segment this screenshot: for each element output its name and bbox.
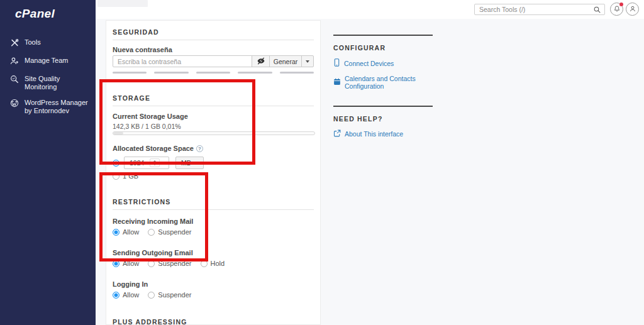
storage-section-heading: STORAGE (113, 94, 314, 106)
security-section-heading: SEGURIDAD (113, 28, 314, 40)
outgoing-email-group: Sending Outgoing Email Allow Suspender H… (113, 249, 314, 267)
login-allow-radio[interactable] (113, 292, 119, 299)
storage-usage-progressbar (113, 131, 315, 135)
outgoing-allow-radio[interactable] (113, 260, 119, 267)
calendar-icon (333, 78, 341, 87)
incoming-mail-group: Receiving Incoming Mail Allow Suspender (113, 218, 314, 236)
current-storage-usage-label: Current Storage Usage (113, 113, 314, 120)
storage-usage-progress-fill (113, 132, 123, 135)
unlimited-storage-row: 1 GB (113, 172, 314, 180)
sidebar-item-manage-team[interactable]: Manage Team (0, 53, 96, 71)
notification-badge (619, 3, 623, 6)
email-settings-panel: SEGURIDAD Nueva contraseña Generar STORA… (106, 20, 321, 325)
chevron-down-icon (306, 60, 309, 63)
help-icon[interactable]: ? (196, 145, 203, 152)
external-link-icon (333, 129, 341, 138)
calendars-contacts-link[interactable]: Calendars and Contacts Configuration (333, 75, 433, 90)
notifications-button[interactable] (610, 3, 623, 16)
allocated-storage-label: Allocated Storage Space ? (113, 145, 314, 152)
about-interface-link[interactable]: About This interface (333, 129, 433, 138)
outgoing-hold-radio[interactable] (201, 260, 208, 267)
search-input[interactable] (475, 6, 594, 13)
sidebar: cPanel Tools Manage Team Site Quality Mo… (0, 0, 96, 325)
search-tools-box (474, 4, 605, 15)
user-icon (629, 5, 636, 14)
logging-in-group: Logging In Allow Suspender (113, 280, 314, 299)
outgoing-email-label: Sending Outgoing Email (113, 249, 314, 256)
configure-heading: CONFIGURAR (333, 44, 433, 52)
team-icon (10, 57, 19, 67)
allocated-storage-controls: MB (113, 157, 314, 169)
radio-label: Allow (123, 291, 139, 299)
storage-amount-field (124, 157, 169, 169)
link-label: Calendars and Contacts Configuration (345, 75, 433, 90)
password-input[interactable] (113, 55, 252, 67)
password-input-group: Generar (113, 55, 314, 67)
radio-label: Allow (123, 228, 139, 236)
site-quality-icon (10, 75, 19, 85)
radio-label: Suspender (158, 291, 191, 299)
sidebar-item-wordpress-manager[interactable]: WordPress Manager by Entornodev (0, 95, 96, 119)
sidebar-item-label: Tools (25, 38, 41, 47)
spinner-up-icon (153, 160, 157, 162)
wordpress-icon (10, 99, 19, 109)
toggle-password-visibility-button[interactable] (252, 55, 270, 67)
connect-devices-link[interactable]: Connect Devices (333, 58, 433, 68)
device-icon (333, 58, 340, 68)
bell-icon (613, 5, 621, 14)
radio-label: Hold (211, 260, 225, 267)
unlimited-storage-radio[interactable] (113, 173, 119, 180)
link-label: Connect Devices (344, 60, 394, 67)
incoming-mail-label: Receiving Incoming Mail (113, 218, 314, 225)
generate-password-button[interactable]: Generar (269, 55, 302, 67)
link-label: About This interface (345, 130, 403, 138)
allocated-storage-label-text: Allocated Storage Space (113, 145, 194, 152)
password-strength-meter (113, 72, 314, 74)
storage-unit-dropdown[interactable]: MB (175, 157, 204, 169)
spinner-down-icon (153, 163, 157, 165)
generate-options-button[interactable] (301, 55, 314, 67)
radio-label: Allow (123, 260, 139, 267)
incoming-allow-radio[interactable] (113, 229, 119, 236)
storage-amount-input[interactable] (125, 159, 150, 167)
outgoing-suspend-radio[interactable] (148, 260, 155, 267)
plus-addressing-section-heading: PLUS ADDRESSING (113, 318, 314, 325)
number-spinner[interactable] (150, 158, 160, 167)
restrictions-section-heading: RESTRICTIONS (113, 198, 314, 210)
storage-unit-value: MB (181, 159, 191, 167)
need-help-heading: NEED HELP? (333, 115, 433, 123)
sidebar-item-label: WordPress Manager by Entornodev (25, 99, 89, 115)
chevron-down-icon (194, 162, 198, 164)
cpanel-logo[interactable]: cPanel (0, 0, 96, 21)
logging-in-label: Logging In (113, 280, 314, 288)
sidebar-item-tools[interactable]: Tools (0, 35, 96, 53)
login-suspend-radio[interactable] (148, 292, 155, 299)
unlimited-storage-label: 1 GB (123, 172, 138, 180)
sidebar-nav: Tools Manage Team Site Quality Monitorin… (0, 35, 96, 119)
topbar (96, 0, 644, 19)
sidebar-item-label: Site Quality Monitoring (25, 75, 89, 91)
radio-label: Suspender (158, 228, 191, 236)
new-password-label: Nueva contraseña (113, 46, 314, 53)
divider (333, 35, 433, 36)
sidebar-item-site-quality[interactable]: Site Quality Monitoring (0, 71, 96, 95)
tools-icon (10, 38, 19, 49)
incoming-suspend-radio[interactable] (148, 229, 155, 236)
blurred-overlay-artifact (97, 0, 148, 7)
search-icon[interactable] (594, 6, 601, 13)
current-storage-usage-value: 142,3 KB / 1 GB 0,01% (113, 123, 314, 130)
radio-label: Suspender (158, 260, 191, 267)
user-menu-button[interactable] (626, 3, 639, 16)
divider (333, 106, 433, 107)
right-column: CONFIGURAR Connect Devices Calendars and… (333, 35, 433, 138)
sidebar-item-label: Manage Team (25, 57, 69, 65)
custom-storage-radio[interactable] (113, 160, 119, 167)
eye-slash-icon (257, 57, 265, 66)
